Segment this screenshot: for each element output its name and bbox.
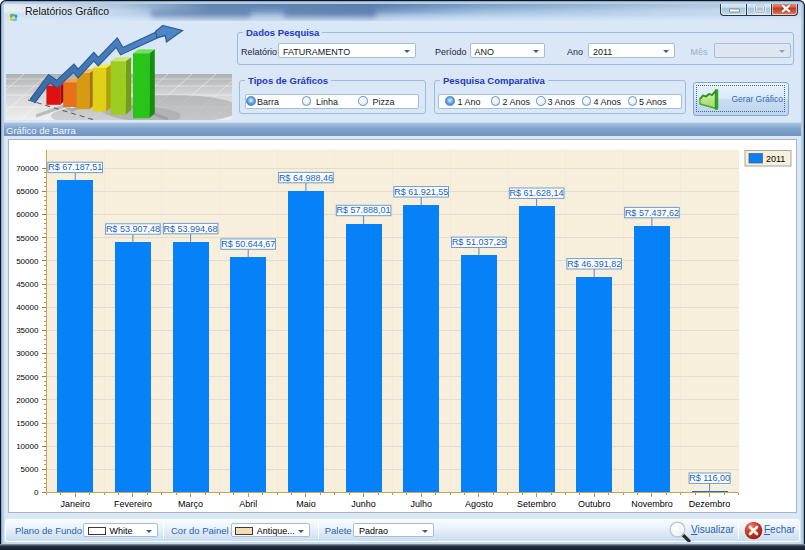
svg-text:R$ 61.921,55: R$ 61.921,55 [394,187,448,197]
svg-text:Abril: Abril [239,499,257,509]
svg-text:35000: 35000 [16,326,39,335]
svg-text:65000: 65000 [16,187,39,196]
svg-text:70000: 70000 [16,164,39,173]
svg-text:R$ 53.994,68: R$ 53.994,68 [164,224,218,234]
svg-text:40000: 40000 [16,303,39,312]
svg-text:R$ 64.988,46: R$ 64.988,46 [279,173,333,183]
svg-text:R$ 61.628,14: R$ 61.628,14 [510,188,564,198]
svg-text:Setembro: Setembro [517,499,556,509]
svg-text:R$ 57.437,62: R$ 57.437,62 [625,208,679,218]
svg-text:Maio: Maio [296,499,316,509]
svg-text:R$ 57.888,01: R$ 57.888,01 [337,205,391,215]
svg-text:45000: 45000 [16,280,39,289]
svg-text:R$ 50.644,67: R$ 50.644,67 [221,239,275,249]
svg-text:25000: 25000 [16,373,39,382]
svg-text:60000: 60000 [16,210,39,219]
svg-text:15000: 15000 [16,419,39,428]
svg-text:Junho: Junho [351,499,376,509]
svg-text:50000: 50000 [16,257,39,266]
svg-text:0: 0 [34,488,39,497]
svg-text:20000: 20000 [16,396,39,405]
svg-text:2011: 2011 [766,154,785,164]
svg-text:30000: 30000 [16,349,39,358]
svg-text:R$ 67.187,51: R$ 67.187,51 [48,162,102,172]
svg-text:10000: 10000 [16,442,39,451]
svg-text:Novembro: Novembro [631,499,673,509]
svg-text:55000: 55000 [16,234,39,243]
svg-text:5000: 5000 [21,465,39,474]
svg-text:Agosto: Agosto [465,499,493,509]
svg-text:Março: Março [178,499,203,509]
svg-text:Janeiro: Janeiro [60,499,90,509]
svg-text:Julho: Julho [410,499,432,509]
svg-text:Dezembro: Dezembro [689,499,731,509]
svg-text:R$ 51.037,29: R$ 51.037,29 [452,237,506,247]
svg-text:Outubro: Outubro [578,499,611,509]
svg-text:R$ 46.391,82: R$ 46.391,82 [567,259,621,269]
svg-text:R$ 116,00: R$ 116,00 [689,473,730,483]
svg-text:Fevereiro: Fevereiro [114,499,152,509]
svg-text:R$ 53.907,48: R$ 53.907,48 [106,224,160,234]
